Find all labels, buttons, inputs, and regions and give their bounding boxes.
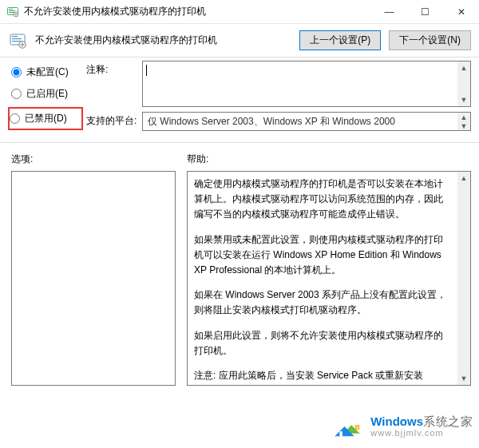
svg-rect-7 [12, 38, 22, 39]
help-pane[interactable]: 确定使用内核模式驱动程序的打印机是否可以安装在本地计算机上。内核模式驱动程序可以… [187, 171, 471, 386]
help-p3: 如果在 Windows Server 2003 系列产品上没有配置此设置，则将阻… [194, 287, 451, 318]
policy-icon [8, 31, 27, 50]
options-column: 选项: [11, 153, 176, 386]
maximize-button[interactable]: ☐ [407, 0, 443, 23]
header-row: 不允许安装使用内核模式驱动程序的打印机 上一个设置(P) 下一个设置(N) [0, 24, 479, 57]
help-label: 帮助: [187, 153, 471, 166]
minimize-button[interactable]: — [371, 0, 407, 23]
radio-enabled[interactable]: 已启用(E) [11, 87, 83, 101]
platform-box: 仅 Windows Server 2003、Windows XP 和 Windo… [142, 112, 471, 131]
watermark-text: Windows系统之家 www.bjjmlv.com [370, 414, 473, 438]
comment-textarea[interactable]: ▲ ▼ [142, 61, 471, 107]
platform-value: 仅 Windows Server 2003、Windows XP 和 Windo… [148, 115, 395, 129]
scroll-track[interactable] [457, 74, 470, 93]
state-radios: 未配置(C) 已启用(E) 已禁用(D) [0, 61, 83, 130]
window-buttons: — ☐ ✕ [371, 0, 479, 23]
right-column: 注释: ▲ ▼ 支持的平台: 仅 Windows Server 2003、Win… [86, 61, 479, 131]
close-button[interactable]: ✕ [443, 0, 479, 23]
next-setting-button[interactable]: 下一个设置(N) [389, 30, 471, 50]
svg-rect-1 [9, 9, 13, 10]
options-pane[interactable] [11, 171, 176, 386]
scroll-up-icon[interactable]: ▲ [457, 172, 470, 184]
titlebar: 不允许安装使用内核模式驱动程序的打印机 — ☐ ✕ [0, 0, 479, 24]
scrollbar[interactable]: ▲ ▼ [457, 172, 470, 385]
radio-disabled[interactable]: 已禁用(D) [10, 112, 77, 125]
radio-enabled-input[interactable] [11, 89, 22, 99]
help-p5: 注意: 应用此策略后，当安装 Service Pack 或重新安装 Window… [194, 368, 451, 385]
text-caret [146, 65, 147, 76]
app-icon [6, 6, 19, 18]
svg-rect-2 [9, 10, 15, 11]
watermark-logo-icon [331, 410, 364, 443]
radio-not-configured-input[interactable] [11, 67, 22, 77]
scroll-up-icon[interactable]: ▲ [457, 61, 470, 74]
lower-panes: 选项: 帮助: 确定使用内核模式驱动程序的打印机是否可以安装在本地计算机上。内核… [0, 146, 479, 386]
scroll-track[interactable] [457, 184, 470, 372]
window-title: 不允许安装使用内核模式驱动程序的打印机 [24, 5, 371, 18]
comment-row: 注释: ▲ ▼ [86, 61, 471, 107]
help-column: 帮助: 确定使用内核模式驱动程序的打印机是否可以安装在本地计算机上。内核模式驱动… [187, 153, 471, 386]
watermark-brand-cn: 系统之家 [423, 414, 473, 428]
scroll-down-icon[interactable]: ▼ [457, 372, 470, 385]
prev-setting-button[interactable]: 上一个设置(P) [299, 30, 381, 50]
svg-rect-12 [340, 431, 343, 436]
svg-rect-14 [358, 425, 360, 427]
options-content [12, 172, 162, 385]
platform-label: 支持的平台: [86, 112, 142, 128]
svg-rect-8 [12, 41, 22, 42]
scrollbar[interactable]: ▲ ▼ [457, 113, 470, 130]
scroll-down-icon[interactable]: ▼ [457, 121, 470, 130]
help-p2: 如果禁用或未配置此设置，则使用内核模式驱动程序的打印机可以安装在运行 Windo… [194, 232, 451, 279]
comment-label: 注释: [86, 61, 142, 77]
scroll-down-icon[interactable]: ▼ [457, 93, 470, 106]
watermark-brand-en: Windows [370, 414, 423, 428]
options-label: 选项: [11, 153, 176, 166]
radio-not-configured[interactable]: 未配置(C) [11, 65, 83, 79]
svg-rect-16 [358, 427, 360, 430]
help-p1: 确定使用内核模式驱动程序的打印机是否可以安装在本地计算机上。内核模式驱动程序可以… [194, 176, 451, 223]
svg-rect-13 [355, 425, 358, 427]
scrollbar[interactable]: ▲ ▼ [457, 61, 470, 106]
help-content: 确定使用内核模式驱动程序的打印机是否可以安装在本地计算机上。内核模式驱动程序可以… [188, 172, 457, 385]
scroll-up-icon[interactable]: ▲ [457, 113, 470, 121]
svg-rect-6 [12, 36, 18, 37]
svg-rect-15 [355, 427, 358, 430]
divider [0, 142, 479, 143]
divider [0, 57, 479, 57]
radio-disabled-input[interactable] [10, 113, 20, 124]
policy-title: 不允许安装使用内核模式驱动程序的打印机 [35, 34, 291, 47]
help-p4: 如果启用此设置，则将不允许安装使用内核模式驱动程序的打印机。 [194, 328, 451, 359]
highlight-box: 已禁用(D) [8, 107, 83, 130]
watermark: Windows系统之家 www.bjjmlv.com [331, 410, 473, 443]
platform-row: 支持的平台: 仅 Windows Server 2003、Windows XP … [86, 112, 471, 131]
watermark-url: www.bjjmlv.com [370, 428, 473, 438]
